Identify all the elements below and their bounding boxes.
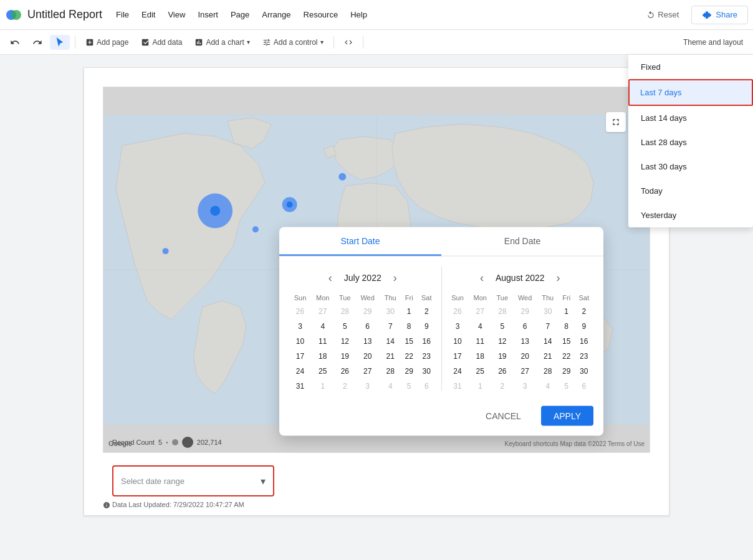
cal-day[interactable]: 28 xyxy=(537,364,559,379)
cal-day[interactable]: 7 xyxy=(380,319,401,334)
cal-day[interactable]: 25 xyxy=(311,364,335,379)
menu-page[interactable]: Page xyxy=(224,7,256,22)
cal-day[interactable]: 24 xyxy=(289,364,311,379)
cal-day[interactable]: 2 xyxy=(417,304,436,319)
dropdown-item-last30[interactable]: Last 30 days xyxy=(628,154,753,179)
cal-day[interactable]: 5 xyxy=(335,319,355,334)
cal-day[interactable]: 17 xyxy=(289,349,311,364)
expand-icon[interactable] xyxy=(606,112,626,132)
cal-day[interactable]: 3 xyxy=(289,319,311,334)
cal-day[interactable]: 16 xyxy=(417,334,436,349)
cal-day[interactable]: 13 xyxy=(355,334,380,349)
cal-day[interactable]: 1 xyxy=(311,379,335,394)
cal-day[interactable]: 27 xyxy=(468,304,492,319)
cal-day[interactable]: 2 xyxy=(335,379,355,394)
dropdown-item-last28[interactable]: Last 28 days xyxy=(628,130,753,154)
share-button[interactable]: Share xyxy=(691,6,748,24)
cal-day[interactable]: 7 xyxy=(537,319,559,334)
cal-day[interactable]: 9 xyxy=(417,319,436,334)
menu-view[interactable]: View xyxy=(161,7,191,22)
cal-day[interactable]: 30 xyxy=(537,304,559,319)
cal-tab-end[interactable]: End Date xyxy=(441,227,603,256)
cal-day[interactable]: 8 xyxy=(559,319,575,334)
cal-day[interactable]: 20 xyxy=(513,349,537,364)
cal-day[interactable]: 27 xyxy=(513,364,537,379)
cal-day[interactable]: 4 xyxy=(380,379,401,394)
cal-day[interactable]: 5 xyxy=(401,379,417,394)
cal-day[interactable]: 21 xyxy=(380,349,401,364)
add-control-button[interactable]: Add a control ▾ xyxy=(257,36,329,49)
cal-day[interactable]: 5 xyxy=(559,379,575,394)
cal-day[interactable]: 28 xyxy=(380,364,401,379)
cal-day[interactable]: 23 xyxy=(417,349,436,364)
reset-button[interactable]: Reset xyxy=(639,6,686,23)
add-page-button[interactable]: Add page xyxy=(80,36,133,49)
cal-day[interactable]: 16 xyxy=(575,334,593,349)
cal-prev-button[interactable]: ‹ xyxy=(322,269,339,287)
cal-day[interactable]: 19 xyxy=(335,349,355,364)
cal-day[interactable]: 1 xyxy=(401,304,417,319)
add-data-button[interactable]: Add data xyxy=(136,36,187,49)
cal-day[interactable]: 12 xyxy=(335,334,355,349)
dropdown-item-today[interactable]: Today xyxy=(628,179,753,203)
cal-tab-start[interactable]: Start Date xyxy=(279,227,441,256)
cal-day[interactable]: 27 xyxy=(355,364,380,379)
cal-day[interactable]: 19 xyxy=(492,349,512,364)
cal-prev-right-button[interactable]: ‹ xyxy=(473,269,491,287)
cal-day[interactable]: 11 xyxy=(468,334,492,349)
cal-day[interactable]: 22 xyxy=(401,349,417,364)
cal-day[interactable]: 28 xyxy=(492,304,512,319)
code-button[interactable] xyxy=(339,36,358,49)
cal-day[interactable]: 26 xyxy=(289,304,311,319)
theme-layout-button[interactable]: Theme and layout xyxy=(678,36,748,49)
cal-day[interactable]: 6 xyxy=(417,379,436,394)
cal-day[interactable]: 15 xyxy=(401,334,417,349)
menu-insert[interactable]: Insert xyxy=(191,7,224,22)
cal-day[interactable]: 24 xyxy=(447,364,469,379)
cal-day[interactable]: 26 xyxy=(492,364,512,379)
cursor-button[interactable] xyxy=(50,35,70,50)
cal-day[interactable]: 2 xyxy=(575,304,593,319)
cal-day[interactable]: 29 xyxy=(401,364,417,379)
cal-day[interactable]: 28 xyxy=(335,304,355,319)
cal-day[interactable]: 29 xyxy=(513,304,537,319)
cal-next-right-button[interactable]: › xyxy=(550,269,567,287)
cal-day[interactable]: 12 xyxy=(492,334,512,349)
add-chart-button[interactable]: Add a chart ▾ xyxy=(189,36,254,49)
cal-day[interactable]: 13 xyxy=(513,334,537,349)
cal-day[interactable]: 20 xyxy=(355,349,380,364)
cal-day[interactable]: 17 xyxy=(447,349,469,364)
dropdown-item-last7[interactable]: Last 7 days xyxy=(628,79,753,106)
menu-resource[interactable]: Resource xyxy=(297,7,345,22)
cal-day[interactable]: 14 xyxy=(537,334,559,349)
cal-day[interactable]: 26 xyxy=(447,304,469,319)
cal-day[interactable]: 22 xyxy=(559,349,575,364)
menu-arrange[interactable]: Arrange xyxy=(256,7,297,22)
cal-day[interactable]: 6 xyxy=(575,379,593,394)
cal-day[interactable]: 31 xyxy=(447,379,469,394)
menu-help[interactable]: Help xyxy=(344,7,373,22)
cal-day[interactable]: 6 xyxy=(355,319,380,334)
cancel-button[interactable]: CANCEL xyxy=(473,406,534,426)
undo-button[interactable] xyxy=(5,35,25,50)
cal-day[interactable]: 3 xyxy=(513,379,537,394)
cal-day[interactable]: 11 xyxy=(311,334,335,349)
cal-day[interactable]: 4 xyxy=(468,319,492,334)
cal-day[interactable]: 29 xyxy=(559,364,575,379)
cal-day[interactable]: 30 xyxy=(417,364,436,379)
cal-day[interactable]: 1 xyxy=(559,304,575,319)
cal-day[interactable]: 27 xyxy=(311,304,335,319)
cal-day[interactable]: 18 xyxy=(311,349,335,364)
cal-next-left-button[interactable]: › xyxy=(386,269,404,287)
cal-day[interactable]: 14 xyxy=(380,334,401,349)
dropdown-item-yesterday[interactable]: Yesterday xyxy=(628,203,753,227)
cal-day[interactable]: 1 xyxy=(468,379,492,394)
cal-day[interactable]: 15 xyxy=(559,334,575,349)
cal-day[interactable]: 2 xyxy=(492,379,512,394)
cal-day[interactable]: 10 xyxy=(447,334,469,349)
cal-day[interactable]: 10 xyxy=(289,334,311,349)
cal-day[interactable]: 4 xyxy=(537,379,559,394)
cal-day[interactable]: 4 xyxy=(311,319,335,334)
cal-day[interactable]: 21 xyxy=(537,349,559,364)
cal-day[interactable]: 29 xyxy=(355,304,380,319)
